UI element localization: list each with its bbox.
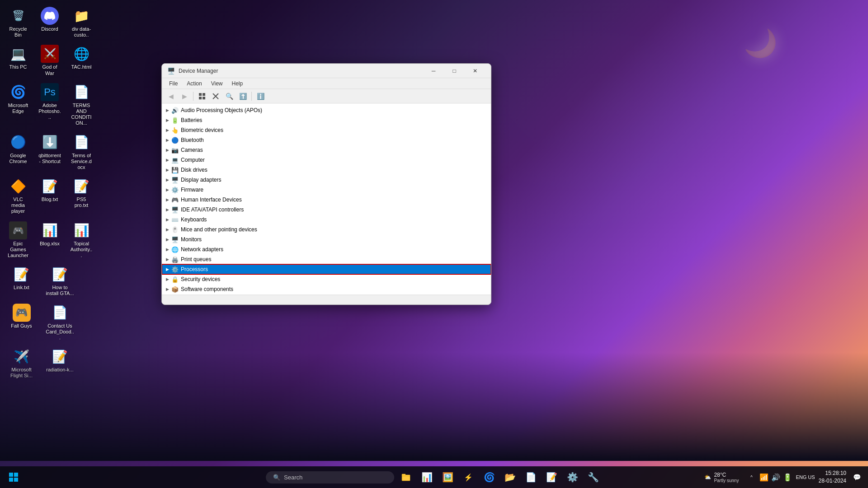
tree-item-apo[interactable]: ▶ 🔊 Audio Processing Objects (APOs) <box>162 105 491 115</box>
device-tree[interactable]: ▶ 🔊 Audio Processing Objects (APOs) ▶ 🔋 … <box>162 103 491 295</box>
icon-bluetooth: 🔵 <box>171 136 179 144</box>
expand-apo[interactable]: ▶ <box>164 107 171 114</box>
expand-human-interface[interactable]: ▶ <box>164 196 171 203</box>
menu-file[interactable]: File <box>165 80 181 88</box>
tac-html-icon: 🌐 <box>72 45 90 63</box>
taskbar-gallery[interactable]: 🖼️ <box>439 468 457 486</box>
expand-mice[interactable]: ▶ <box>164 226 171 233</box>
expand-security[interactable]: ▶ <box>164 276 171 283</box>
tree-item-mice[interactable]: ▶ 🖱️ Mice and other pointing devices <box>162 225 491 235</box>
tree-item-display-adapters[interactable]: ▶ 🖥️ Display adapters <box>162 175 491 185</box>
toolbar-scan[interactable]: 🔍 <box>223 90 236 102</box>
discord-label: Discord <box>41 26 58 32</box>
menu-action[interactable]: Action <box>183 80 205 88</box>
tree-item-bluetooth[interactable]: ▶ 🔵 Bluetooth <box>162 135 491 145</box>
menu-view[interactable]: View <box>208 80 226 88</box>
desktop-icon-blog-xlsx[interactable]: 📊 Blog.xlsx <box>36 219 63 261</box>
language-indicator[interactable]: ENG US <box>796 474 815 480</box>
network-icon[interactable]: 📶 <box>760 473 769 482</box>
toolbar-update[interactable]: ⬆️ <box>236 90 249 102</box>
weather-widget[interactable]: ⛅ 28°C Partly sunny <box>700 470 743 485</box>
taskbar-settings[interactable]: ⚙️ <box>563 468 581 486</box>
desktop-icon-discord[interactable]: Discord <box>36 5 63 40</box>
desktop-icon-this-pc[interactable]: 💻 This PC <box>5 42 32 78</box>
desktop-icon-qbittorrent[interactable]: ⬇️ qbittorrent - Shortcut <box>36 131 63 173</box>
expand-biometric[interactable]: ▶ <box>164 127 171 134</box>
close-button[interactable]: ✕ <box>465 64 486 78</box>
expand-sw-components[interactable]: ▶ <box>164 286 171 293</box>
tree-item-computer[interactable]: ▶ 💻 Computer <box>162 155 491 165</box>
toolbar-forward-button[interactable]: ▶ <box>178 90 191 102</box>
tree-item-disk-drives[interactable]: ▶ 💾 Disk drives <box>162 165 491 175</box>
desktop-icon-vlc[interactable]: 🔶 VLC media player <box>5 175 32 217</box>
icon-print-queues: 🖨️ <box>171 255 179 263</box>
minimize-button[interactable]: ─ <box>423 64 444 78</box>
desktop-icon-ms-edge[interactable]: 🌀 Microsoft Edge <box>5 81 32 129</box>
maximize-button[interactable]: □ <box>444 64 465 78</box>
taskbar-sequence[interactable]: ⚡ <box>459 468 477 486</box>
taskbar-word[interactable]: 📄 <box>522 468 540 486</box>
expand-disk-drives[interactable]: ▶ <box>164 166 171 174</box>
expand-ide-ata[interactable]: ▶ <box>164 206 171 213</box>
icon-mice: 🖱️ <box>171 225 179 234</box>
tree-item-cameras[interactable]: ▶ 📷 Cameras <box>162 145 491 155</box>
expand-network[interactable]: ▶ <box>164 246 171 253</box>
taskbar-photos[interactable]: 📊 <box>418 468 436 486</box>
expand-processors[interactable]: ▶ <box>164 266 171 273</box>
icon-sw-components: 📦 <box>171 285 179 293</box>
desktop-icon-god-of-war[interactable]: ⚔️ God of War <box>36 42 63 78</box>
expand-keyboards[interactable]: ▶ <box>164 216 171 223</box>
expand-computer[interactable]: ▶ <box>164 156 171 164</box>
menu-help[interactable]: Help <box>228 80 247 88</box>
desktop-icon-chrome[interactable]: 🔵 Google Chrome <box>5 131 32 173</box>
desktop-icon-blog-txt[interactable]: 📝 Blog.txt <box>36 175 63 217</box>
tree-item-network[interactable]: ▶ 🌐 Network adapters <box>162 244 491 254</box>
tree-item-firmware[interactable]: ▶ ⚙️ Firmware <box>162 185 491 195</box>
tree-item-ide-ata[interactable]: ▶ 🖥️ IDE ATA/ATAPI controllers <box>162 205 491 215</box>
expand-monitors[interactable]: ▶ <box>164 236 171 243</box>
toolbar-back-button[interactable]: ◀ <box>165 90 177 102</box>
sound-icon[interactable]: 🔊 <box>771 473 780 482</box>
desktop-icon-div-data[interactable]: 📁 div data-custo.. <box>68 5 95 40</box>
clock-widget[interactable]: 15:28:10 28-01-2024 <box>819 469 846 485</box>
tray-show-hidden[interactable]: ^ <box>747 468 756 486</box>
tree-item-biometric[interactable]: ▶ 👆 Biometric devices <box>162 125 491 135</box>
expand-firmware[interactable]: ▶ <box>164 186 171 193</box>
topical-icon: 📊 <box>72 221 90 239</box>
desktop-icon-terms-svc[interactable]: 📄 Terms of Service.docx <box>68 131 95 173</box>
taskbar-folder[interactable]: 📂 <box>501 468 519 486</box>
desktop-icon-epic-games[interactable]: 🎮 Epic Games Launcher <box>5 219 32 261</box>
tree-item-batteries[interactable]: ▶ 🔋 Batteries <box>162 115 491 125</box>
toolbar-show-hidden[interactable] <box>196 90 208 102</box>
window-titlebar[interactable]: 🖥️ Device Manager ─ □ ✕ <box>162 64 491 78</box>
desktop-icon-ps5-txt[interactable]: 📝 PS5 pro.txt <box>68 175 95 217</box>
expand-bluetooth[interactable]: ▶ <box>164 136 171 144</box>
taskbar-file-explorer[interactable] <box>397 468 415 486</box>
desktop-icon-topical[interactable]: 📊 Topical Authority... <box>68 219 95 261</box>
toolbar-properties[interactable]: ℹ️ <box>254 90 267 102</box>
tree-item-security[interactable]: ▶ 🔒 Security devices <box>162 274 491 284</box>
tree-item-processors[interactable]: ▶ ⚙️ Processors <box>162 264 491 274</box>
expand-cameras[interactable]: ▶ <box>164 146 171 154</box>
tree-item-human-interface[interactable]: ▶ 🎮 Human Interface Devices <box>162 195 491 205</box>
taskbar-edge[interactable]: 🌀 <box>480 468 498 486</box>
desktop-icon-tac-html[interactable]: 🌐 TAC.html <box>68 42 95 78</box>
tree-item-print-queues[interactable]: ▶ 🖨️ Print queues <box>162 254 491 264</box>
notifications-button[interactable]: 💬 <box>850 468 863 486</box>
toolbar-uninstall[interactable] <box>209 90 222 102</box>
start-button[interactable] <box>5 468 23 486</box>
tree-item-keyboards[interactable]: ▶ ⌨️ Keyboards <box>162 215 491 225</box>
desktop-icon-adobe-ps[interactable]: Ps Adobe Photosho... <box>36 81 63 129</box>
battery-icon[interactable]: 🔋 <box>783 473 792 482</box>
expand-print-queues[interactable]: ▶ <box>164 256 171 263</box>
expand-display-adapters[interactable]: ▶ <box>164 176 171 183</box>
tree-item-monitors[interactable]: ▶ 🖥️ Monitors <box>162 235 491 244</box>
taskbar-search[interactable]: 🔍 Search <box>266 471 394 483</box>
tree-item-sw-components[interactable]: ▶ 📦 Software components <box>162 284 491 294</box>
taskbar-notepad[interactable]: 📝 <box>542 468 561 486</box>
expand-batteries[interactable]: ▶ <box>164 117 171 124</box>
window-content: ▶ 🔊 Audio Processing Objects (APOs) ▶ 🔋 … <box>162 103 491 295</box>
desktop-icon-recycle-bin[interactable]: 🗑️ Recycle Bin <box>5 5 32 40</box>
taskbar-other[interactable]: 🔧 <box>584 468 602 486</box>
desktop-icon-terms[interactable]: 📄 TERMS AND CONDITION... <box>68 81 95 129</box>
